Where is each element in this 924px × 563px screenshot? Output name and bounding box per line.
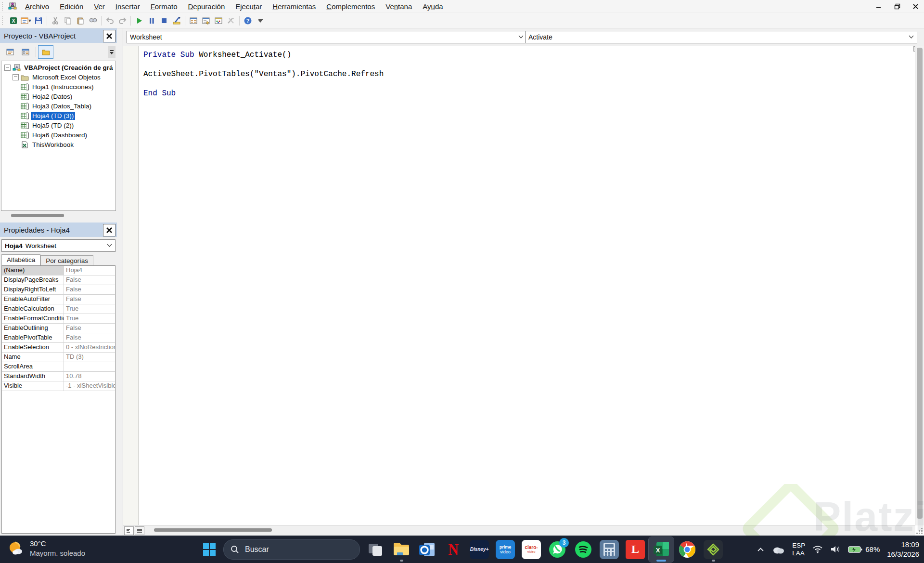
close-button[interactable] xyxy=(911,2,919,10)
property-value[interactable]: False xyxy=(64,324,115,333)
paste-button[interactable] xyxy=(74,15,87,26)
save-button[interactable] xyxy=(32,15,45,26)
menu-edicion[interactable]: Edición xyxy=(54,1,89,12)
project-panel-titlebar[interactable]: Proyecto - VBAProject xyxy=(0,28,117,43)
property-row[interactable]: ScrollArea xyxy=(2,362,115,372)
taskbar-app-excel[interactable]: X xyxy=(649,537,674,562)
menu-herramientas[interactable]: Herramientas xyxy=(267,1,321,12)
tree-item-hoja5-td-2[interactable]: Hoja5 (TD (2)) xyxy=(1,120,116,130)
view-code-button[interactable] xyxy=(3,46,17,58)
property-value[interactable]: False xyxy=(64,285,115,294)
property-row[interactable]: EnableCalculationTrue xyxy=(2,304,115,314)
toggle-folders-button[interactable] xyxy=(38,45,53,59)
copy-button[interactable] xyxy=(62,15,74,26)
property-row[interactable]: EnableFormatConditionsTrue xyxy=(2,314,115,324)
property-value[interactable]: True xyxy=(64,314,115,323)
taskbar-app-task-view[interactable] xyxy=(363,537,388,562)
menu-insertar[interactable]: Insertar xyxy=(110,1,145,12)
code-editor[interactable]: Private Sub Worksheet_Activate() ActiveS… xyxy=(139,46,915,525)
taskbar-weather-widget[interactable]: 30°C Mayorm. soleado xyxy=(7,539,85,558)
taskbar-app-outlook[interactable] xyxy=(415,537,440,562)
taskbar-app-chrome[interactable] xyxy=(675,537,700,562)
menu-ayuda[interactable]: Ayuda xyxy=(417,1,448,12)
tree-item-hoja1-instrucciones[interactable]: Hoja1 (Instrucciones) xyxy=(1,82,116,92)
find-button[interactable] xyxy=(87,15,99,26)
view-excel-button[interactable]: X xyxy=(7,15,20,26)
menu-complementos[interactable]: Complementos xyxy=(321,1,380,12)
tree-item-vbaproject-creaci-n-de-gr[interactable]: VBAProject (Creación de grá xyxy=(1,63,116,72)
menu-ver[interactable]: Ver xyxy=(89,1,110,12)
code-vscrollbar[interactable] xyxy=(915,46,924,525)
language-indicator[interactable]: ESP LAA xyxy=(792,542,805,557)
properties-window-button[interactable] xyxy=(200,15,212,26)
procedure-view-button[interactable] xyxy=(124,526,134,535)
redo-button[interactable] xyxy=(116,15,128,26)
toolbox-button[interactable] xyxy=(225,15,237,26)
tree-item-hoja4-td-3[interactable]: Hoja4 (TD (3)) xyxy=(1,111,116,120)
chevron-down-icon[interactable]: ▼ xyxy=(28,18,32,23)
full-module-view-button[interactable] xyxy=(135,526,144,535)
property-value[interactable]: 10.78 xyxy=(64,372,115,381)
property-row[interactable]: DisplayPageBreaksFalse xyxy=(2,275,115,285)
battery-indicator[interactable]: 68% xyxy=(848,545,880,553)
resize-grip-icon[interactable] xyxy=(915,527,923,535)
taskbar-app-lightshot[interactable]: L xyxy=(623,537,648,562)
break-button[interactable] xyxy=(145,15,158,26)
scrollbar-thumb[interactable] xyxy=(11,214,64,217)
code-indicator-margin[interactable] xyxy=(123,46,139,525)
menu-archivo[interactable]: Archivo xyxy=(20,1,54,12)
tree-item-hoja2-datos[interactable]: Hoja2 (Datos) xyxy=(1,92,116,101)
property-value[interactable]: TD (3) xyxy=(64,353,115,362)
menu-ejecutar[interactable]: Ejecutar xyxy=(230,1,267,12)
scrollbar-thumb[interactable] xyxy=(154,528,272,532)
restore-button[interactable] xyxy=(893,2,901,10)
properties-panel-close-button[interactable] xyxy=(103,224,116,236)
reset-button[interactable] xyxy=(158,15,170,26)
taskbar-app-file-explorer[interactable] xyxy=(389,537,414,562)
menu-ventana[interactable]: Ventana xyxy=(380,1,417,12)
run-button[interactable] xyxy=(133,15,145,26)
procedure-dropdown[interactable]: Activate xyxy=(525,31,917,43)
taskbar-app-prime-video[interactable]: primevideo xyxy=(493,537,518,562)
search-input[interactable]: Buscar xyxy=(223,539,360,560)
insert-object-button[interactable]: ▼ xyxy=(20,15,32,26)
onedrive-icon[interactable] xyxy=(771,545,785,554)
tab-por-categorias[interactable]: Por categorías xyxy=(40,255,93,266)
design-mode-button[interactable] xyxy=(170,15,183,26)
property-value[interactable]: False xyxy=(64,275,115,285)
property-row[interactable]: (Name)Hoja4 xyxy=(2,266,115,275)
scrollbar-thumb[interactable] xyxy=(917,48,923,519)
project-tree-hscrollbar[interactable] xyxy=(0,211,117,220)
tab-alfabetica[interactable]: Alfabética xyxy=(1,254,40,266)
collapse-icon[interactable] xyxy=(13,74,19,80)
taskbar-app-netflix[interactable]: N xyxy=(441,537,466,562)
properties-panel-titlebar[interactable]: Propiedades - Hoja4 xyxy=(0,223,117,237)
tree-item-hoja6-dashboard[interactable]: Hoja6 (Dashboard) xyxy=(1,130,116,140)
start-button[interactable] xyxy=(198,538,220,561)
property-row[interactable]: EnablePivotTableFalse xyxy=(2,333,115,343)
object-browser-button[interactable] xyxy=(212,15,225,26)
property-value[interactable]: False xyxy=(64,295,115,304)
minimize-button[interactable] xyxy=(875,2,883,10)
tree-item-hoja3-datos-tabla[interactable]: Hoja3 (Datos_Tabla) xyxy=(1,101,116,111)
hidden-icons-chevron-icon[interactable] xyxy=(757,547,764,552)
property-row[interactable]: EnableSelection0 - xlNoRestrictions xyxy=(2,343,115,353)
volume-icon[interactable] xyxy=(830,545,841,553)
menu-depuracion[interactable]: Depuración xyxy=(183,1,231,12)
code-hscrollbar[interactable] xyxy=(145,525,915,536)
property-value[interactable] xyxy=(64,362,115,371)
property-value[interactable]: -1 - xlSheetVisible xyxy=(64,381,115,391)
property-value[interactable]: False xyxy=(64,333,115,342)
tree-item-microsoft-excel-objetos[interactable]: Microsoft Excel Objetos xyxy=(1,72,116,82)
cut-button[interactable] xyxy=(49,15,62,26)
property-row[interactable]: DisplayRightToLeftFalse xyxy=(2,285,115,295)
taskbar-app-claro-video[interactable]: claro-video xyxy=(519,537,544,562)
taskbar-app-platzi[interactable] xyxy=(701,537,726,562)
wifi-icon[interactable] xyxy=(812,545,823,553)
taskbar-app-spotify[interactable] xyxy=(571,537,596,562)
help-button[interactable]: ? xyxy=(242,15,254,26)
object-dropdown[interactable]: Worksheet xyxy=(127,31,527,43)
properties-object-dropdown[interactable]: Hoja4 Worksheet xyxy=(1,239,116,252)
project-panel-close-button[interactable] xyxy=(103,30,116,42)
tree-item-thisworkbook[interactable]: ThisWorkbook xyxy=(1,140,116,149)
